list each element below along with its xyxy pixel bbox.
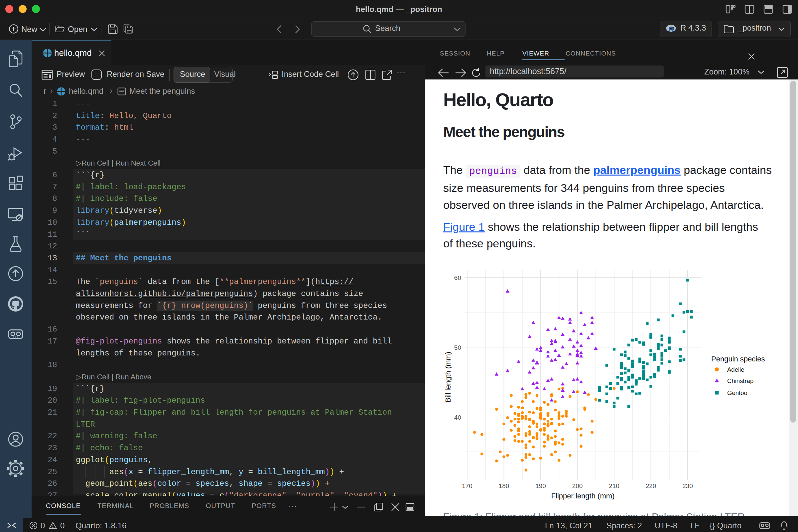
svg-text:Penguin species: Penguin species: [711, 355, 765, 363]
svg-text:Bill length (mm): Bill length (mm): [444, 352, 452, 403]
svg-text:170: 170: [462, 482, 473, 490]
svg-text:180: 180: [499, 482, 509, 490]
svg-text:Gentoo: Gentoo: [727, 390, 747, 396]
svg-text:210: 210: [609, 482, 620, 490]
svg-text:50: 50: [454, 344, 461, 351]
svg-text:190: 190: [535, 482, 546, 490]
svg-text:Adelie: Adelie: [727, 366, 744, 373]
svg-text:230: 230: [682, 482, 693, 490]
svg-text:200: 200: [572, 482, 583, 490]
svg-text:Flipper length (mm): Flipper length (mm): [551, 492, 615, 500]
svg-text:220: 220: [646, 482, 657, 490]
svg-text:40: 40: [454, 414, 461, 421]
svg-text:R: R: [669, 25, 674, 34]
svg-text:60: 60: [454, 274, 461, 281]
svg-text:Chinstrap: Chinstrap: [727, 377, 754, 384]
